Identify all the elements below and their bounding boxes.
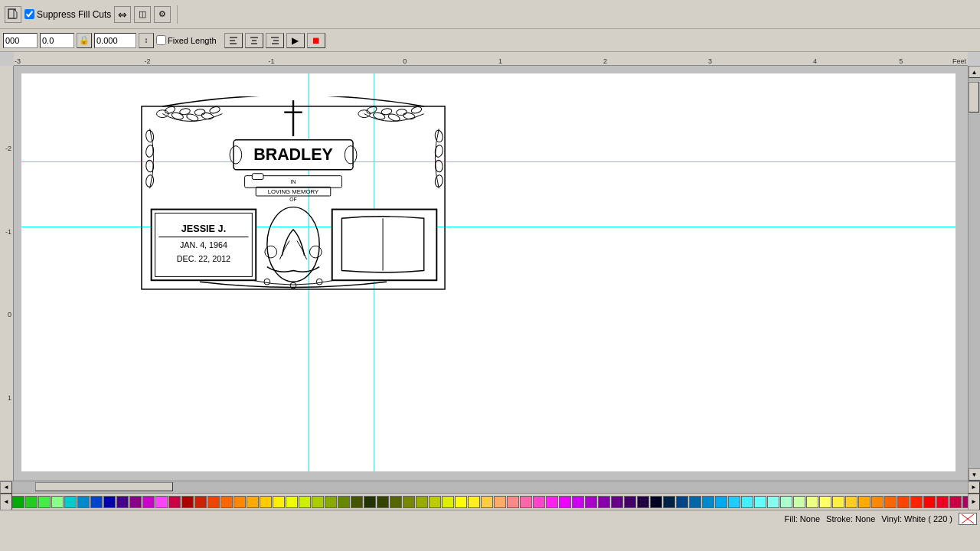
fixed-length-checkbox[interactable]	[156, 35, 166, 45]
color-swatch[interactable]	[64, 496, 77, 508]
file-icon[interactable]	[5, 6, 21, 23]
color-swatch[interactable]	[845, 496, 858, 508]
color-swatch[interactable]	[897, 496, 910, 508]
color-swatch[interactable]	[962, 496, 968, 508]
color-swatch[interactable]	[273, 496, 285, 508]
align-left-btn[interactable]	[224, 33, 243, 48]
color-swatch[interactable]	[364, 496, 376, 508]
scrollbar-horizontal[interactable]: ◄ ►	[0, 481, 980, 493]
scroll-thumb-v[interactable]	[969, 82, 979, 112]
color-swatch[interactable]	[793, 496, 805, 508]
color-swatch[interactable]	[754, 496, 766, 508]
color-swatch[interactable]	[312, 496, 324, 508]
color-swatch[interactable]	[819, 496, 831, 508]
color-swatch[interactable]	[481, 496, 493, 508]
color-swatch[interactable]	[442, 496, 454, 508]
color-swatch[interactable]	[637, 496, 649, 508]
color-swatch[interactable]	[116, 496, 129, 508]
color-swatch[interactable]	[168, 496, 181, 508]
color-swatch[interactable]	[741, 496, 753, 508]
color-swatch[interactable]	[546, 496, 558, 508]
size-icon[interactable]: ↕	[139, 33, 154, 48]
scroll-track-v[interactable]	[969, 78, 980, 468]
color-swatch[interactable]	[598, 496, 610, 508]
color-swatch[interactable]	[260, 496, 272, 508]
scroll-right-btn[interactable]: ►	[968, 481, 980, 494]
scroll-thumb-h[interactable]	[35, 482, 173, 491]
align-center-btn[interactable]	[245, 33, 263, 48]
color-swatch[interactable]	[51, 496, 64, 508]
color-swatch[interactable]	[767, 496, 779, 508]
scroll-up-btn[interactable]: ▲	[969, 66, 981, 78]
color-swatch[interactable]	[832, 496, 844, 508]
color-swatch[interactable]	[338, 496, 350, 508]
color-swatch[interactable]	[858, 496, 871, 508]
scroll-track-h[interactable]	[12, 481, 968, 493]
color-swatch[interactable]	[611, 496, 623, 508]
palette-scroll-left[interactable]: ◄	[0, 494, 12, 510]
color-swatch[interactable]	[325, 496, 337, 508]
palette-scroll-right[interactable]: ►	[968, 494, 980, 510]
color-swatch[interactable]	[77, 496, 90, 508]
align-right-btn[interactable]	[266, 33, 284, 48]
color-swatch[interactable]	[702, 496, 714, 508]
color-swatch[interactable]	[194, 496, 207, 508]
color-swatch[interactable]	[129, 496, 142, 508]
suppress-fill-checkbox[interactable]	[24, 9, 34, 19]
color-swatch[interactable]	[533, 496, 545, 508]
color-swatch[interactable]	[207, 496, 220, 508]
color-swatch[interactable]	[25, 496, 38, 508]
color-swatch[interactable]	[559, 496, 571, 508]
color-swatch[interactable]	[806, 496, 818, 508]
color-swatch[interactable]	[572, 496, 584, 508]
color-swatch[interactable]	[624, 496, 636, 508]
coord-y-input[interactable]	[40, 33, 74, 48]
color-swatch[interactable]	[585, 496, 597, 508]
color-swatch[interactable]	[103, 496, 116, 508]
play-icon[interactable]: ▶	[286, 33, 305, 48]
length-input[interactable]	[94, 33, 136, 48]
color-swatch[interactable]	[780, 496, 792, 508]
color-swatch[interactable]	[90, 496, 103, 508]
color-swatch[interactable]	[663, 496, 675, 508]
color-swatch[interactable]	[676, 496, 688, 508]
scrollbar-vertical[interactable]: ▲ ▼	[968, 66, 980, 481]
color-swatch[interactable]	[247, 496, 259, 508]
color-swatch[interactable]	[520, 496, 532, 508]
color-swatch[interactable]	[650, 496, 662, 508]
color-swatch[interactable]	[871, 496, 884, 508]
color-swatch[interactable]	[689, 496, 701, 508]
color-swatch[interactable]	[351, 496, 363, 508]
arrow-icon[interactable]: ⇔	[114, 6, 131, 23]
color-swatch[interactable]	[234, 496, 246, 508]
color-swatch[interactable]	[142, 496, 155, 508]
color-swatch[interactable]	[715, 496, 727, 508]
stop-icon[interactable]: ⏹	[307, 33, 325, 48]
color-swatch[interactable]	[884, 496, 897, 508]
color-swatch[interactable]	[468, 496, 480, 508]
color-swatch[interactable]	[155, 496, 168, 508]
color-swatch[interactable]	[181, 496, 194, 508]
color-swatch[interactable]	[390, 496, 402, 508]
color-swatch[interactable]	[403, 496, 415, 508]
color-swatch[interactable]	[728, 496, 740, 508]
coord-x-input[interactable]	[3, 33, 38, 48]
suppress-fill-checkbox-label[interactable]: Suppress Fill Cuts	[24, 9, 111, 20]
color-swatch[interactable]	[949, 496, 962, 508]
color-swatch[interactable]	[455, 496, 467, 508]
fixed-length-label[interactable]: Fixed Length	[156, 35, 217, 45]
scroll-down-btn[interactable]: ▼	[969, 468, 981, 481]
settings-icon[interactable]: ⚙	[154, 6, 171, 23]
color-swatch[interactable]	[507, 496, 519, 508]
color-swatch[interactable]	[910, 496, 923, 508]
color-swatch[interactable]	[286, 496, 298, 508]
color-swatch[interactable]	[429, 496, 441, 508]
color-swatch[interactable]	[12, 496, 24, 508]
color-swatch[interactable]	[494, 496, 506, 508]
color-swatch[interactable]	[220, 496, 233, 508]
color-swatch[interactable]	[299, 496, 311, 508]
color-swatch[interactable]	[416, 496, 428, 508]
color-swatch[interactable]	[936, 496, 949, 508]
color-swatch[interactable]	[38, 496, 51, 508]
color-swatch[interactable]	[923, 496, 936, 508]
